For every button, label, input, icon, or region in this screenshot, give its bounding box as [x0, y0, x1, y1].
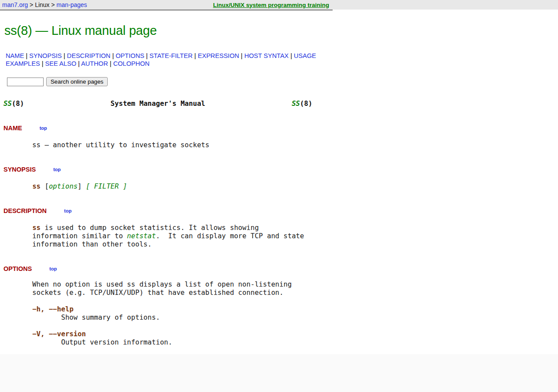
nav-link-see-also[interactable]: SEE ALSO	[45, 60, 76, 67]
section-text: ss — another utility to investigate sock…	[3, 141, 558, 149]
nav-link-expression[interactable]: EXPRESSION	[198, 52, 239, 59]
nav-link-state-filter[interactable]: STATE-FILTER	[150, 52, 193, 59]
breadcrumb-link[interactable]: man-pages	[57, 1, 87, 8]
top-link[interactable]: top	[53, 167, 61, 172]
section-text: ss is used to dump socket statistics. It…	[3, 223, 558, 248]
breadcrumb-separator: >	[28, 1, 35, 8]
breadcrumb-link[interactable]: man7.org	[2, 1, 28, 8]
section-heading-label: DESCRIPTION	[3, 207, 47, 214]
header-divider	[0, 10, 333, 10]
below-page-area	[0, 354, 558, 392]
man-section-name: NAMEtop ss — another utility to investig…	[3, 125, 558, 149]
nav-link-colophon[interactable]: COLOPHON	[113, 60, 150, 67]
section-heading: NAMEtop	[3, 125, 558, 132]
section-heading-label: SYNOPSIS	[3, 166, 36, 173]
top-link[interactable]: top	[49, 266, 57, 271]
man-section-synopsis: SYNOPSIStop ss [options] [ FILTER ]	[3, 166, 558, 190]
section-text: ss [options] [ FILTER ]	[3, 182, 558, 190]
breadcrumb: man7.org > Linux > man-pages	[2, 1, 87, 8]
nav-link-description[interactable]: DESCRIPTION	[67, 52, 111, 59]
man-header-line: SS(8) System Manager's Manual SS(8)	[3, 99, 558, 108]
search-input[interactable]	[7, 78, 44, 86]
search-button[interactable]: Search online pages	[46, 77, 108, 86]
section-heading: SYNOPSIStop	[3, 166, 558, 173]
section-nav: NAME | SYNOPSIS | DESCRIPTION | OPTIONS …	[6, 52, 323, 68]
man-section-description: DESCRIPTIONtop ss is used to dump socket…	[3, 208, 558, 248]
section-text: When no option is used ss displays a lis…	[3, 280, 558, 354]
site-header-bar: man7.org > Linux > man-pages Linux/UNIX …	[0, 0, 558, 10]
nav-link-options[interactable]: OPTIONS	[116, 52, 144, 59]
nav-link-name[interactable]: NAME	[6, 52, 24, 59]
section-heading-label: NAME	[3, 125, 22, 132]
nav-link-host-syntax[interactable]: HOST SYNTAX	[244, 52, 289, 59]
nav-link-synopsis[interactable]: SYNOPSIS	[29, 52, 62, 59]
search-form: Search online pages	[7, 77, 558, 86]
breadcrumb-separator: Linux	[35, 1, 49, 8]
training-link[interactable]: Linux/UNIX system programming training	[213, 2, 329, 8]
man-section-options: OPTIONStop When no option is used ss dis…	[3, 266, 558, 354]
breadcrumb-separator: >	[50, 1, 57, 8]
browser-viewport: man7.org > Linux > man-pages Linux/UNIX …	[0, 0, 558, 354]
nav-link-author[interactable]: AUTHOR	[81, 60, 108, 67]
section-heading: OPTIONStop	[3, 266, 558, 272]
top-link[interactable]: top	[64, 208, 71, 213]
section-heading-label: OPTIONS	[3, 265, 32, 272]
top-link[interactable]: top	[40, 125, 47, 131]
man-page: SS(8) System Manager's Manual SS(8) NAME…	[3, 99, 558, 354]
page-title: ss(8) — Linux manual page	[4, 24, 558, 38]
man-sections: NAMEtop ss — another utility to investig…	[3, 125, 558, 354]
section-heading: DESCRIPTIONtop	[3, 208, 558, 214]
